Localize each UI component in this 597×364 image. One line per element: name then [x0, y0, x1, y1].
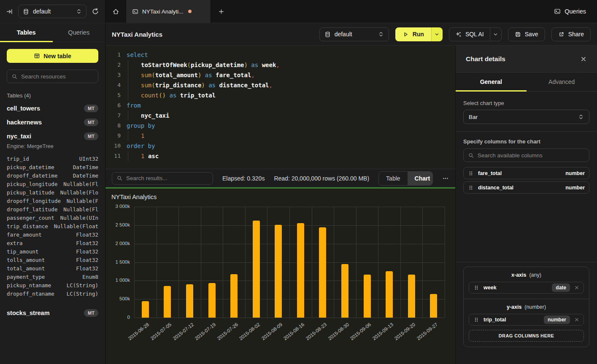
y-tick-label: 3 000k [105, 204, 130, 209]
sql-ai-button[interactable]: SQL AI [449, 28, 490, 41]
close-icon [574, 317, 579, 322]
results-more-button[interactable] [442, 175, 449, 182]
close-icon [580, 56, 587, 62]
refresh-button[interactable] [92, 8, 99, 15]
run-button-group: Run [395, 27, 443, 41]
column-type: Float32 [76, 257, 98, 265]
share-label: Share [568, 31, 584, 38]
new-table-button[interactable]: New table [7, 49, 98, 63]
sidebar-tab-tables[interactable]: Tables [0, 23, 53, 42]
drag-columns-drop-zone[interactable]: DRAG COLUMNS HERE [469, 330, 584, 342]
sidebar-search-input[interactable] [21, 73, 94, 80]
bar-2015-08-16 [297, 223, 304, 318]
column-type: Nullable(Float [54, 223, 98, 232]
column-type: UInt32 [79, 156, 98, 164]
code-text: select [127, 50, 148, 60]
bar-2015-08-30 [341, 264, 348, 318]
table-row-stocks-stream[interactable]: stocks_stream MT [0, 306, 105, 320]
column-row: dropoff_datetimeDateTime [7, 173, 98, 181]
table-row-nyc-taxi[interactable]: nyc_taxi MT [0, 129, 105, 143]
chart-details-header: Chart details [456, 46, 597, 73]
chart-type-label: Select chart type [463, 100, 589, 106]
column-item-distance-total[interactable]: distance_total number [463, 181, 589, 194]
column-name: pickup_ntaname [7, 282, 51, 291]
column-name: dropoff_latitude [7, 206, 57, 215]
columns-search [463, 148, 589, 162]
axis-configuration-card: x-axis (any) week date y-axis (number) [463, 267, 589, 347]
line-number: 1 [105, 50, 121, 60]
code-text: toStartOfWeek(pickup_datetime) as week, [127, 60, 280, 70]
run-options-button[interactable] [431, 27, 443, 41]
remove-column-button[interactable] [574, 317, 579, 322]
code-line: 1select [105, 50, 455, 60]
view-toggle-table[interactable]: Table [379, 172, 407, 185]
drag-handle-icon[interactable] [473, 285, 479, 291]
drag-handle-icon[interactable] [473, 317, 479, 323]
column-row: fare_amountFloat32 [7, 232, 98, 240]
sidebar-tab-queries[interactable]: Queries [53, 23, 105, 42]
drag-handle-icon[interactable] [468, 185, 474, 191]
topbar-database-selector[interactable]: default [18, 5, 86, 18]
column-type: Nullable(UIn [60, 215, 98, 223]
query-database-selector[interactable]: default [319, 27, 389, 41]
tab-general[interactable]: General [456, 73, 527, 91]
new-tab-button[interactable] [211, 0, 231, 23]
collapse-sidebar-icon[interactable] [6, 8, 13, 15]
save-label: Save [525, 31, 538, 38]
divider [456, 262, 597, 262]
column-row: tip_amountFloat32 [7, 248, 98, 257]
share-button[interactable]: Share [551, 27, 591, 41]
sql-ai-options-button[interactable] [490, 28, 501, 41]
plus-icon [218, 8, 224, 15]
line-number: 10 [105, 141, 121, 151]
query-header: NYTaxi Analytics default Run [105, 23, 597, 46]
bar-2015-07-19 [208, 283, 216, 318]
gridline [378, 207, 378, 318]
drag-handle-icon[interactable] [468, 170, 474, 176]
column-row: tolls_amountFloat32 [7, 257, 98, 265]
remove-column-button[interactable] [574, 285, 579, 290]
ellipsis-icon [442, 175, 449, 182]
y-axis-column-trip-total[interactable]: trip_total number [469, 314, 584, 326]
columns-search-input[interactable] [478, 152, 585, 159]
code-text: count() as trip_total [127, 90, 216, 100]
line-number: 9 [105, 131, 121, 141]
gridline [267, 207, 267, 318]
sql-editor[interactable]: 1select2toStartOfWeek(pickup_datetime) a… [105, 46, 455, 169]
chart-type-select[interactable]: Bar [463, 110, 589, 124]
database-icon [23, 8, 29, 15]
table-row-hackernews[interactable]: hackernews MT [0, 115, 105, 129]
column-name: tip_amount [7, 248, 38, 257]
gridline [422, 207, 423, 318]
column-item-fare-total[interactable]: fare_total number [463, 167, 589, 179]
results-search-input[interactable] [126, 175, 208, 181]
queries-button[interactable]: Queries [543, 0, 597, 23]
engine-badge: MT [84, 105, 98, 112]
save-button[interactable]: Save [508, 27, 545, 41]
gridline [289, 207, 290, 318]
home-button[interactable] [105, 0, 126, 23]
code-line: 5count() as trip_total [105, 90, 455, 100]
chart-title: NYTaxi Analytics [111, 194, 157, 200]
column-type: DateTime [73, 164, 98, 173]
queries-label: Queries [565, 8, 586, 15]
column-name: pickup_longitude [7, 181, 57, 189]
chart-details-tabs: General Advanced [456, 73, 597, 92]
column-name: dropoff_ntaname [7, 291, 54, 299]
table-row-cell-towers[interactable]: cell_towers MT [0, 101, 105, 115]
results-search [112, 172, 213, 185]
x-axis-column-week[interactable]: week date [469, 282, 584, 294]
divider [456, 131, 597, 132]
close-panel-button[interactable] [580, 56, 587, 62]
tab-nytaxi-analytics[interactable]: NYTaxi Analyti... [126, 0, 211, 23]
column-type-badge: date [552, 283, 570, 292]
tab-advanced[interactable]: Advanced [527, 73, 597, 91]
y-tick-label: 1 500k [105, 259, 130, 264]
view-toggle-chart[interactable]: Chart [408, 172, 433, 185]
run-button[interactable]: Run [395, 27, 431, 41]
engine-badge: MT [84, 132, 98, 140]
column-name: dropoff_longitude [7, 198, 61, 206]
column-name: pickup_latitude [7, 189, 54, 198]
bar-2015-08-02 [253, 221, 260, 318]
new-table-label: New table [43, 53, 71, 59]
